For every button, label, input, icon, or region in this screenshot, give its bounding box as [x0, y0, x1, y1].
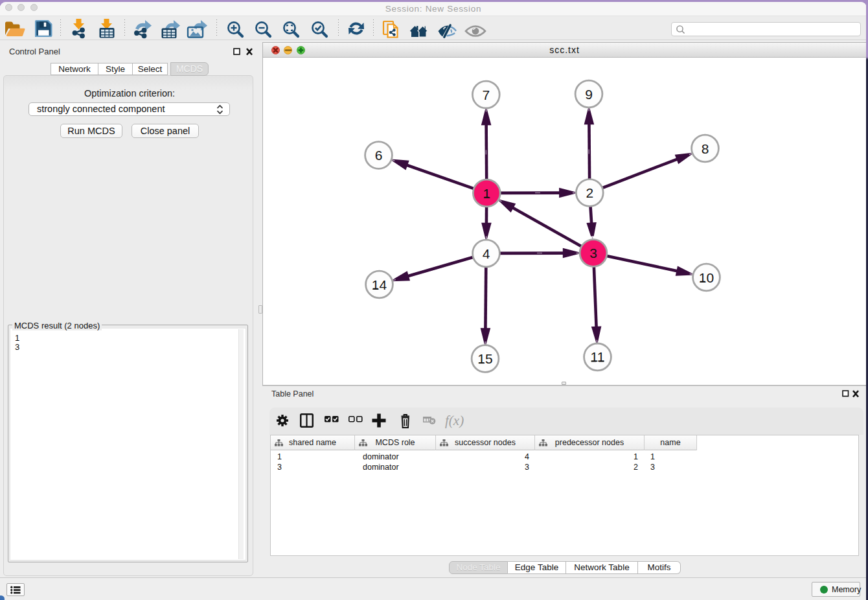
svg-text:1: 1: [483, 185, 490, 200]
svg-text:6: 6: [375, 148, 383, 163]
svg-text:2: 2: [586, 185, 593, 200]
svg-text:11: 11: [591, 349, 605, 364]
svg-text:8: 8: [702, 141, 709, 156]
svg-text:7: 7: [482, 87, 490, 102]
svg-text:15: 15: [477, 351, 492, 366]
svg-text:4: 4: [483, 246, 490, 260]
svg-text:f(x): f(x): [445, 413, 464, 428]
svg-text:14: 14: [372, 277, 387, 292]
svg-text:9: 9: [585, 86, 593, 101]
svg-text:3: 3: [589, 246, 597, 260]
svg-text:10: 10: [699, 270, 714, 284]
